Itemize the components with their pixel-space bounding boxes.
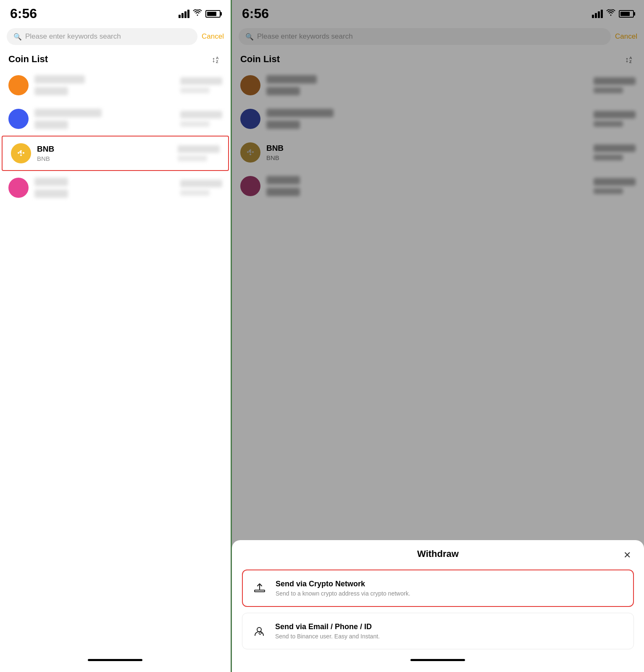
left-coin-list-header: Coin List ↕ A Z	[0, 48, 231, 68]
left-coin-symbol-blurred-1	[34, 87, 68, 95]
left-coin-item-1[interactable]	[0, 68, 231, 102]
left-coin-value-1	[180, 77, 222, 93]
email-phone-title: Send via Email / Phone / ID	[275, 622, 380, 631]
left-coin-avatar-2	[8, 109, 29, 129]
left-coin-avatar-4	[8, 178, 29, 198]
sort-icon[interactable]: ↕ A Z	[210, 53, 222, 65]
left-coin-avatar-bnb	[11, 143, 31, 163]
left-panel: 6:56 🔍 Please enter keywords search	[0, 0, 231, 672]
left-coin-value-bnb	[178, 145, 220, 161]
left-coin-info-2	[34, 109, 174, 129]
left-coin-info-1	[34, 75, 174, 95]
left-coin-symbol-blurred-4	[34, 189, 68, 198]
left-coin-symbol-bnb: BNB	[37, 155, 172, 162]
email-phone-icon	[251, 623, 268, 640]
right-bottom-bar	[232, 651, 644, 672]
left-coin-value-4	[180, 180, 222, 196]
left-coin-val-bnb	[178, 145, 220, 153]
left-status-bar: 6:56	[0, 0, 231, 25]
left-coin-list-title: Coin List	[8, 54, 48, 65]
search-icon: 🔍	[13, 33, 22, 41]
left-coin-val-blurred-2	[180, 111, 222, 118]
left-coin-val-sm-blurred-1	[180, 87, 210, 93]
signal-icon	[179, 10, 189, 18]
right-home-indicator	[410, 659, 465, 661]
left-cancel-button[interactable]: Cancel	[202, 32, 224, 41]
left-coin-list: BNB BNB	[0, 68, 231, 651]
left-coin-symbol-blurred-2	[34, 121, 68, 129]
battery-icon	[205, 10, 221, 18]
left-coin-val-blurred-1	[180, 77, 222, 85]
left-coin-name-blurred-2	[34, 109, 102, 117]
email-phone-option[interactable]: Send via Email / Phone / ID Send to Bina…	[242, 613, 634, 649]
left-coin-item-bnb[interactable]: BNB BNB	[2, 136, 229, 171]
left-status-icons	[179, 9, 221, 18]
wifi-icon	[193, 9, 202, 18]
left-coin-info-4	[34, 178, 174, 198]
sheet-header: Withdraw ✕	[242, 549, 634, 559]
left-coin-val-sm-blurred-2	[180, 121, 210, 127]
svg-point-9	[257, 627, 261, 632]
left-coin-name-bnb: BNB	[37, 144, 172, 154]
left-home-indicator	[88, 659, 142, 661]
svg-text:↕: ↕	[212, 55, 216, 64]
left-search-input-wrap[interactable]: 🔍 Please enter keywords search	[7, 28, 197, 45]
crypto-network-content: Send via Crypto Network Send to a known …	[276, 580, 410, 597]
left-coin-value-2	[180, 111, 222, 127]
left-bottom-bar	[0, 651, 231, 672]
email-phone-subtitle: Send to Binance user. Easy and Instant.	[275, 633, 380, 640]
svg-rect-8	[255, 590, 265, 592]
left-coin-val-sm-blurred-4	[180, 190, 210, 196]
left-coin-val-blurred-4	[180, 180, 222, 187]
left-coin-name-blurred-4	[34, 178, 68, 186]
left-coin-val-sm-bnb	[178, 155, 207, 161]
crypto-network-option[interactable]: Send via Crypto Network Send to a known …	[242, 570, 634, 607]
left-search-placeholder: Please enter keywords search	[25, 32, 121, 41]
sheet-title: Withdraw	[417, 549, 459, 559]
close-button[interactable]: ✕	[620, 549, 634, 562]
left-coin-item-4[interactable]	[0, 171, 231, 205]
left-search-bar: 🔍 Please enter keywords search Cancel	[0, 25, 231, 48]
left-coin-item-2[interactable]	[0, 102, 231, 136]
crypto-upload-icon	[251, 580, 268, 597]
right-panel: 6:56 🔍 Please enter keywords search	[232, 0, 644, 672]
left-coin-name-blurred-1	[34, 75, 85, 84]
left-time: 6:56	[10, 6, 37, 21]
crypto-network-title: Send via Crypto Network	[276, 580, 410, 588]
left-coin-avatar-1	[8, 75, 29, 95]
svg-text:Z: Z	[216, 60, 218, 64]
crypto-network-subtitle: Send to a known crypto address via crypt…	[276, 590, 410, 597]
email-phone-content: Send via Email / Phone / ID Send to Bina…	[275, 622, 380, 640]
left-coin-info-bnb: BNB BNB	[37, 144, 172, 162]
